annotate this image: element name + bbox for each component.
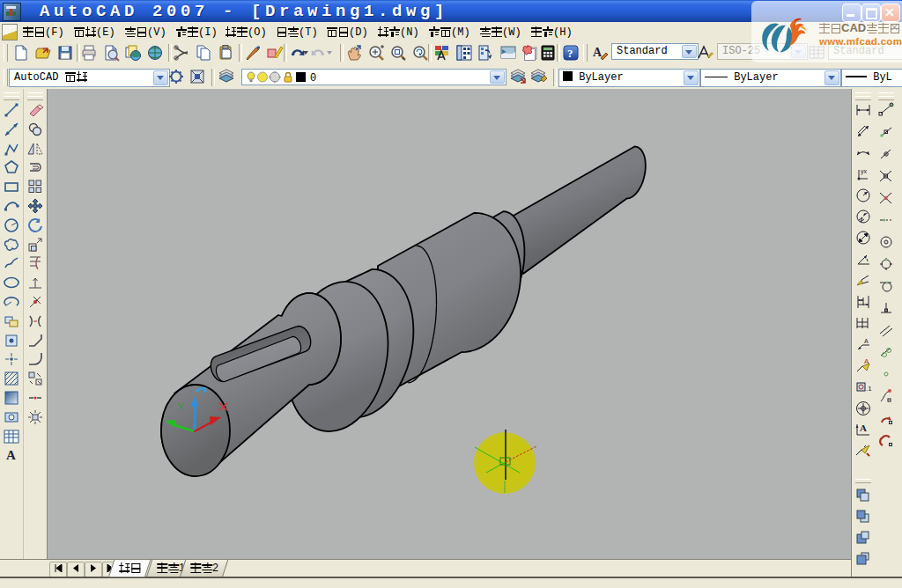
svg-text:A: A <box>864 338 869 344</box>
svg-text:A: A <box>864 357 869 365</box>
svg-text:A: A <box>593 46 603 59</box>
svg-text:Y: Y <box>178 402 184 412</box>
svg-text:.1: .1 <box>866 385 872 393</box>
svg-text:A: A <box>6 448 16 462</box>
svg-text:A: A <box>860 423 867 433</box>
svg-text:0: 0 <box>310 72 316 84</box>
svg-text:yx: yx <box>861 168 868 175</box>
svg-text:?: ? <box>567 47 573 60</box>
